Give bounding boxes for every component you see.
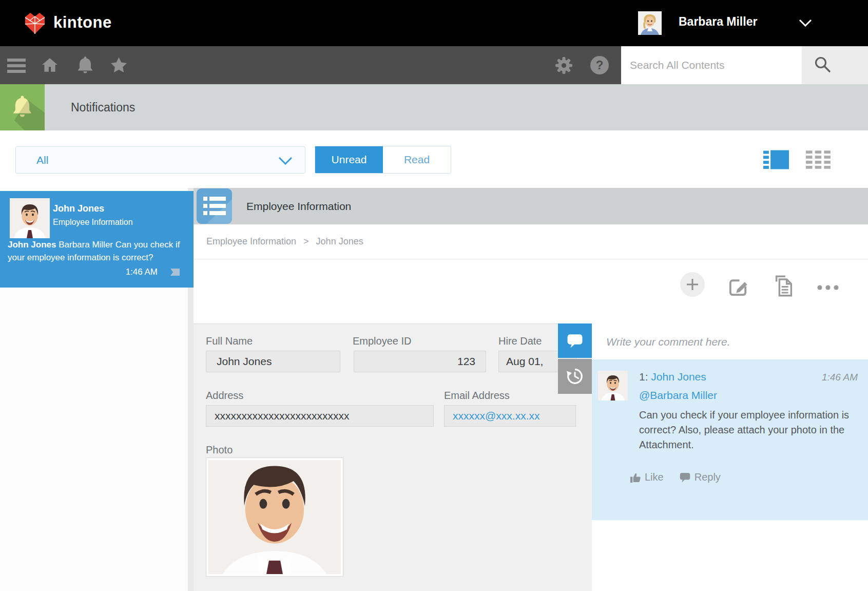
scope-selected-value: All [36, 147, 48, 173]
employee-id-field: 123 [354, 351, 486, 372]
breadcrumb-separator: > [303, 236, 309, 247]
breadcrumb-record-link[interactable]: John Jones [316, 236, 363, 247]
chevron-down-icon [278, 157, 293, 167]
scope-select[interactable]: All [15, 146, 305, 174]
settings-gear-icon[interactable] [554, 56, 573, 77]
flag-icon[interactable] [169, 268, 180, 279]
preview-pane-view-icon[interactable] [763, 149, 789, 173]
kintone-logo-icon[interactable] [23, 11, 47, 35]
notification-message: John Jones Barbara Miller Can you check … [8, 238, 183, 264]
reply-button[interactable]: Reply [679, 471, 721, 483]
page-title: Notifications [71, 84, 135, 130]
comment-bubble-icon [565, 332, 585, 350]
grid-view-icon[interactable] [806, 150, 832, 171]
more-options-icon[interactable] [817, 283, 839, 293]
comment-item: 1: John Jones 1:46 AM @Barbara Miller Ca… [592, 359, 868, 520]
employee-id-label: Employee ID [353, 335, 412, 347]
favorites-star-icon[interactable] [110, 56, 128, 76]
comments-panel: Write your comment here. 1: John Jones 1… [592, 323, 868, 591]
app-list-tile-icon[interactable] [197, 188, 232, 224]
home-icon[interactable] [41, 56, 59, 76]
brand-name[interactable]: kintone [53, 13, 112, 32]
copy-record-icon[interactable] [773, 274, 795, 300]
commenter-avatar [598, 371, 628, 401]
app-title: Employee Information [246, 188, 351, 224]
record-panel: Employee Information Employee Informatio… [194, 188, 868, 591]
history-clock-icon [565, 367, 585, 386]
reply-bubble-icon [679, 472, 691, 483]
topbar: kintone Barbara Miller [0, 0, 868, 46]
edit-record-icon[interactable] [727, 275, 750, 300]
photo-label: Photo [206, 444, 233, 456]
notification-sender: John Jones [53, 203, 104, 214]
comment-actions: Like Reply [629, 471, 721, 483]
main-content: John Jones Employee Information John Jon… [0, 188, 868, 591]
record-form: Full Name John Jones Employee ID 123 Hir… [194, 323, 592, 591]
user-avatar[interactable] [638, 11, 662, 35]
breadcrumb: Employee Information > John Jones [206, 224, 363, 259]
email-field[interactable]: xxxxxx@xxx.xx.xx [444, 405, 576, 427]
side-panel-tabs [558, 323, 592, 394]
hire-date-label: Hire Date [498, 335, 542, 347]
global-search [621, 46, 868, 84]
read-state-toggle: Unread Read [315, 146, 451, 174]
like-button[interactable]: Like [629, 471, 664, 483]
comment-body: Can you check if your employee informati… [639, 408, 863, 452]
notification-app-name: Employee Information [53, 218, 133, 227]
read-tab[interactable]: Read [383, 146, 451, 173]
search-button[interactable] [802, 46, 868, 84]
chevron-down-icon[interactable] [799, 19, 812, 29]
search-input[interactable] [621, 46, 802, 84]
help-icon[interactable]: ? [590, 56, 609, 74]
full-name-label: Full Name [206, 335, 253, 347]
notifications-bell-tile-icon [0, 84, 45, 130]
comment-input[interactable]: Write your comment here. [606, 336, 730, 348]
address-field: xxxxxxxxxxxxxxxxxxxxxxxxx [206, 405, 434, 427]
page-header: Notifications [0, 84, 868, 130]
search-magnifier-icon [813, 55, 832, 74]
comment-mention-link[interactable]: @Barbara Miller [639, 389, 717, 402]
employee-photo [206, 457, 343, 577]
menu-icon[interactable] [7, 59, 26, 75]
unread-tab[interactable]: Unread [315, 146, 383, 173]
kintone-app-window: kintone Barbara Miller [0, 0, 868, 591]
user-name[interactable]: Barbara Miller [679, 15, 757, 29]
sender-avatar [10, 198, 50, 238]
thumbs-up-icon [629, 472, 641, 483]
global-navbar: ? [0, 46, 868, 84]
notification-item-selected[interactable]: John Jones Employee Information John Jon… [0, 191, 194, 288]
notifications-bell-icon[interactable] [76, 55, 94, 77]
history-tab[interactable] [558, 359, 592, 394]
comments-tab[interactable] [558, 323, 592, 358]
address-label: Address [206, 390, 243, 402]
email-label: Email Address [444, 390, 510, 402]
filter-bar: All Unread Read [0, 130, 868, 188]
notification-time: 1:46 AM [126, 267, 158, 277]
breadcrumb-app-link[interactable]: Employee Information [206, 236, 296, 247]
comment-header: 1: John Jones [639, 371, 706, 383]
divider [194, 259, 868, 259]
full-name-field: John Jones [206, 351, 340, 372]
comment-author-link[interactable]: John Jones [651, 371, 706, 383]
notification-list: John Jones Employee Information John Jon… [0, 188, 194, 591]
comment-time: 1:46 AM [822, 372, 858, 383]
app-header: Employee Information [194, 188, 868, 224]
add-record-button[interactable] [680, 272, 705, 297]
